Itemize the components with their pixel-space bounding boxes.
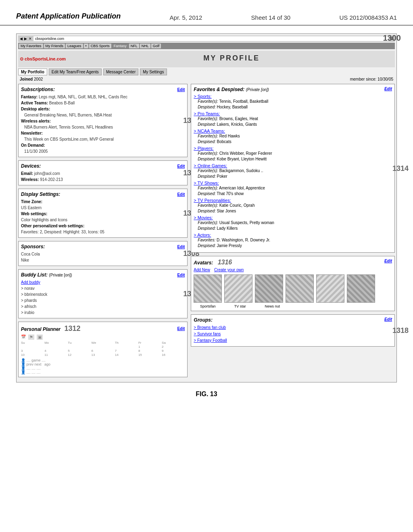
ncaa-link[interactable]: > NCAA Teams: — [194, 129, 225, 133]
tab-my-settings[interactable]: My Settings — [140, 69, 167, 75]
games-link[interactable]: > Online Games: — [194, 163, 227, 168]
site-nav-bar: My Favorites My Friends Leagues • CBS Sp… — [18, 43, 395, 49]
avatar-label-2: News nut — [258, 304, 286, 308]
display-settings-edit[interactable]: Edit — [177, 192, 185, 197]
avatar-img-2 — [255, 274, 283, 303]
favorites-edit[interactable]: Edit — [384, 87, 392, 92]
ref-1318: 1318 — [392, 326, 409, 335]
personal-planner-edit[interactable]: Edit — [177, 326, 185, 331]
buddy-item-0: > norav — [21, 285, 185, 291]
groups-section: Groups: Edit > Browns fan club > Survivo… — [191, 314, 395, 347]
devices-section: Devices: Edit Email: john@aol.com Wirele… — [18, 160, 188, 185]
figure-caption: FIG. 13 — [16, 391, 397, 406]
avatar-label-1: TV star — [226, 304, 254, 308]
planner-content: 📅 ⚑ ▣ SuMoTuWeThFrSa 12 3456789 10111213… — [21, 335, 185, 374]
avatar-img-0 — [194, 274, 222, 303]
subscriptions-title: Subscriptions: Edit — [21, 87, 185, 92]
display-settings-title: Display Settings: Edit — [21, 191, 185, 197]
page-header: Patent Application Publication Apr. 5, 2… — [0, 0, 413, 25]
devices-content: Email: john@aol.com Wireless: 914-202-21… — [21, 170, 185, 183]
group-item-1[interactable]: > Survivor fans — [194, 331, 392, 337]
avatar-img-3 — [286, 274, 314, 303]
avatar-label-0: Sportsfan — [194, 304, 222, 308]
buddy-list-edit[interactable]: Edit — [177, 273, 185, 277]
tvshows-link[interactable]: > TV Shows: — [194, 181, 219, 185]
ref-1312: 1312 — [64, 324, 80, 332]
fav-category-sports: > Sports: Favorite(s): Tennis, Football,… — [194, 94, 392, 110]
buddy-list-section: Buddy List: (Private [on]) Edit Add budd… — [18, 269, 188, 318]
devices-edit[interactable]: Edit — [177, 164, 185, 168]
tvpersonalities-link[interactable]: > TV Personalities: — [194, 198, 231, 203]
avatar-controls[interactable]: Add New Create your own — [194, 268, 392, 272]
group-item-2[interactable]: > Fantasy Football — [194, 337, 392, 344]
subscriptions-content: Fantasy: Legs mgt, NBA, NFL, Golf, MLB, … — [21, 94, 185, 154]
browser-nav: ◀ ▶ ✕ cbssportsline.com ⚙ — [18, 35, 395, 42]
avatar-img-5 — [347, 274, 375, 303]
sponsors-edit[interactable]: Edit — [177, 245, 185, 249]
group-item-0[interactable]: > Browns fan club — [194, 324, 392, 331]
profile-nav-tabs[interactable]: My Portfolio Edit My Team/Free Agents Me… — [18, 69, 395, 75]
joined-label: Joined 2002 — [20, 77, 43, 81]
ref-1316: 1316 — [218, 259, 232, 266]
buddy-list-title: Buddy List: (Private [on]) Edit — [21, 272, 185, 278]
patent-number: US 2012/0084353 A1 — [339, 12, 397, 21]
favorites-section: Favorites & Despised: (Private [on]) Edi… — [191, 84, 395, 253]
avatars-edit[interactable]: Edit — [384, 259, 392, 266]
subscriptions-section: Subscriptions: Edit Fantasy: Legs mgt, N… — [18, 84, 188, 157]
proteams-link[interactable]: > Pro Teams: — [194, 111, 220, 116]
devices-title: Devices: Edit — [21, 163, 185, 169]
add-buddy-link[interactable]: Add buddy — [21, 279, 185, 285]
avatar-img-1 — [224, 274, 252, 303]
figure-ref-1300: 1300 — [383, 33, 401, 43]
groups-title: Groups: Edit — [194, 317, 392, 323]
buddy-item-1: > bbrinenstock — [21, 291, 185, 297]
fav-category-ncaa: > NCAA Teams: Favorite(s): Red Hawks Des… — [194, 129, 392, 145]
fav-category-proteams: > Pro Teams: Favorite(s): Browns, Eagles… — [194, 111, 392, 127]
patent-title: Patent Application Publication — [16, 12, 121, 21]
personal-planner-section: Personal Planner 1312 Edit 📅 ⚑ ▣ — [18, 322, 188, 377]
fav-category-games: > Online Games: Favorite(s): Backgammon,… — [194, 163, 392, 179]
buddy-item-4: > irubio — [21, 310, 185, 316]
buddy-item-3: > afrisch — [21, 303, 185, 310]
subscriptions-edit[interactable]: Edit — [177, 87, 185, 92]
groups-content: > Browns fan club > Survivor fans > Fant… — [194, 324, 392, 344]
avatars-section: Avatars: 1316 Edit Add New Create your o… — [191, 256, 395, 311]
avatar-images — [194, 274, 392, 303]
tab-message-center[interactable]: Message Center — [103, 69, 138, 75]
favorites-title: Favorites & Despised: (Private [on]) Edi… — [194, 87, 392, 92]
fav-category-tvpersonalities: > TV Personalities: Favorite(s): Katie C… — [194, 198, 392, 214]
avatar-labels: Sportsfan TV star News nut — [194, 304, 392, 308]
member-info: Joined 2002 member since: 10/30/05 — [18, 77, 395, 81]
sponsors-title: Sponsors: Edit — [21, 244, 185, 249]
ref-1314: 1314 — [392, 164, 409, 172]
sponsors-content: Coca Cola Nike — [21, 251, 185, 263]
create-own-avatar[interactable]: Create your own — [214, 268, 244, 272]
personal-planner-title: Personal Planner 1312 Edit — [21, 324, 185, 333]
fav-category-players: > Players: Favorite(s): Chris Webber, Ro… — [194, 146, 392, 162]
avatar-img-4 — [316, 274, 344, 303]
sports-link[interactable]: > Sports: — [194, 94, 211, 99]
add-new-avatar[interactable]: Add New — [194, 268, 210, 272]
tab-my-portfolio[interactable]: My Portfolio — [18, 69, 47, 75]
movies-link[interactable]: > Movies: — [194, 215, 213, 220]
actors-link[interactable]: > Actors: — [194, 233, 211, 237]
patent-date: Apr. 5, 2012 — [170, 12, 202, 21]
calendar-grid: SuMoTuWeThFrSa 12 3456789 10111213141516 — [21, 341, 185, 357]
cbs-logo: ⊙ cbsSportsLine.com — [20, 56, 66, 62]
fav-category-movies: > Movies: Favorite(s): Usual Suspects, P… — [194, 215, 392, 231]
avatars-title: Avatars: 1316 Edit — [194, 259, 392, 266]
fav-category-tvshows: > TV Shows: Favorite(s): American Idol, … — [194, 181, 392, 197]
buddy-list-content: Add buddy > norav > bbrinenstock > phard… — [21, 279, 185, 316]
member-since: member since: 10/30/05 — [350, 77, 393, 81]
sponsors-section: Sponsors: Edit Coca Cola Nike 1308 — [18, 241, 188, 266]
profile-title: MY PROFILE — [70, 52, 393, 64]
display-settings-content: Time Zone: US Eastern Web settings: Colo… — [21, 199, 185, 235]
sheet-info: Sheet 14 of 30 — [251, 12, 291, 21]
players-link[interactable]: > Players: — [194, 146, 213, 151]
groups-edit[interactable]: Edit — [384, 317, 392, 323]
fav-category-actors: > Actors: Favorites: D. Washington, R. D… — [194, 233, 392, 249]
display-settings-section: Display Settings: Edit Time Zone: US Eas… — [18, 189, 188, 238]
tab-edit-team[interactable]: Edit My Team/Free Agents — [49, 69, 102, 75]
buddy-item-2: > phards — [21, 297, 185, 303]
